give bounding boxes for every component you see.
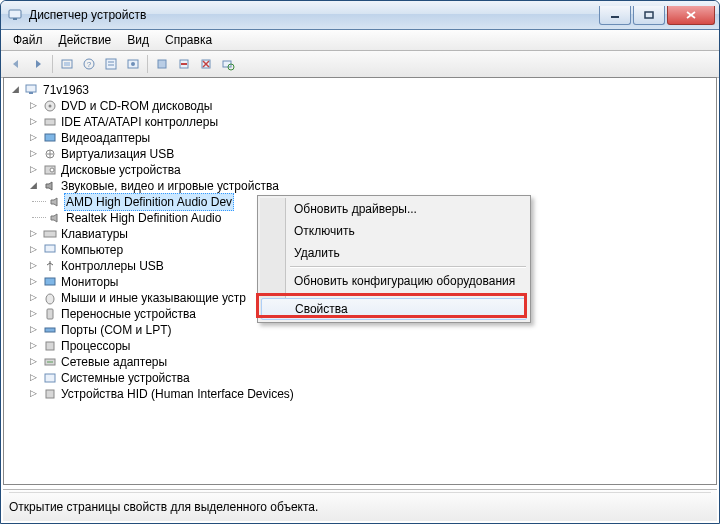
tree-root-label: 71v1963 (43, 82, 89, 98)
context-menu-separator (290, 266, 526, 268)
statusbar: Открытие страницы свойств для выделенног… (3, 489, 717, 521)
tree-category-label: Устройства HID (Human Interface Devices) (61, 386, 294, 402)
expand-icon[interactable]: ▷ (28, 228, 39, 239)
tree-category-label: Звуковые, видео и игровые устройства (61, 178, 279, 194)
expand-icon[interactable]: ▷ (28, 260, 39, 271)
toolbar-separator (52, 55, 53, 73)
cpu-icon (42, 338, 58, 354)
menu-file[interactable]: Файл (5, 31, 51, 49)
tree-category[interactable]: ▷DVD и CD-ROM дисководы (8, 98, 716, 114)
tree-category-label: Мыши и иные указывающие устр (61, 290, 246, 306)
tree-category[interactable]: ▷Системные устройства (8, 370, 716, 386)
network-icon (42, 354, 58, 370)
tree-device-label: Realtek High Definition Audio (66, 210, 221, 226)
svg-point-25 (49, 105, 52, 108)
svg-rect-37 (46, 342, 54, 350)
monitor-icon (42, 274, 58, 290)
expand-icon[interactable]: ▷ (28, 356, 39, 367)
svg-point-34 (46, 294, 54, 304)
tree-category[interactable]: ▷Порты (COM и LPT) (8, 322, 716, 338)
toolbar-disable-button[interactable] (173, 53, 195, 75)
collapse-icon[interactable]: ◢ (28, 180, 39, 191)
disk-icon (42, 162, 58, 178)
tree-category[interactable]: ▷Видеоадаптеры (8, 130, 716, 146)
toolbar-properties-button[interactable] (100, 53, 122, 75)
expand-icon[interactable]: ▷ (28, 372, 39, 383)
tree-root[interactable]: ◢ 71v1963 (8, 82, 716, 98)
svg-point-30 (50, 168, 54, 172)
tree-category[interactable]: ▷IDE ATA/ATAPI контроллеры (8, 114, 716, 130)
svg-rect-7 (64, 62, 70, 66)
tree-category[interactable]: ▷Дисковые устройства (8, 162, 716, 178)
toolbar-separator (147, 55, 148, 73)
tree-category-label: Процессоры (61, 338, 131, 354)
tree-category[interactable]: ▷Виртуализация USB (8, 146, 716, 162)
toolbar-refresh-button[interactable] (122, 53, 144, 75)
toolbar-back-button[interactable] (5, 53, 27, 75)
context-menu-item-label: Обновить конфигурацию оборудования (294, 274, 515, 288)
hid-icon (42, 386, 58, 402)
statusbar-text: Открытие страницы свойств для выделенног… (9, 492, 711, 514)
expand-icon[interactable]: ▷ (28, 292, 39, 303)
minimize-button[interactable] (599, 6, 631, 25)
expand-icon[interactable]: ▷ (28, 324, 39, 335)
toolbar-update-driver-button[interactable] (151, 53, 173, 75)
computer-icon (42, 242, 58, 258)
svg-rect-27 (45, 134, 55, 141)
menu-view[interactable]: Вид (119, 31, 157, 49)
expand-icon[interactable]: ▷ (28, 308, 39, 319)
svg-rect-10 (106, 59, 116, 69)
tree-category-audio[interactable]: ◢Звуковые, видео и игровые устройства (8, 178, 716, 194)
context-menu: Обновить драйверы... Отключить Удалить О… (257, 195, 531, 323)
cdrom-icon (42, 98, 58, 114)
toolbar-scan-button[interactable] (217, 53, 239, 75)
menu-help[interactable]: Справка (157, 31, 220, 49)
maximize-button[interactable] (633, 6, 665, 25)
tree-category-label: Компьютер (61, 242, 123, 258)
keyboard-icon (42, 226, 58, 242)
tree-category[interactable]: ▷Устройства HID (Human Interface Devices… (8, 386, 716, 402)
audio-icon (42, 178, 58, 194)
svg-rect-36 (45, 328, 55, 332)
tree-category[interactable]: ▷Процессоры (8, 338, 716, 354)
context-menu-update-drivers[interactable]: Обновить драйверы... (260, 198, 528, 220)
expand-icon[interactable]: ▷ (28, 132, 39, 143)
tree-category[interactable]: ▷Сетевые адаптеры (8, 354, 716, 370)
svg-rect-22 (26, 85, 36, 92)
toolbar-help-button[interactable]: ? (78, 53, 100, 75)
tree-category-label: Видеоадаптеры (61, 130, 150, 146)
expand-icon[interactable]: ▷ (28, 244, 39, 255)
context-menu-scan-hardware[interactable]: Обновить конфигурацию оборудования (260, 270, 528, 292)
svg-rect-3 (645, 12, 653, 18)
speaker-icon (47, 210, 63, 226)
context-menu-item-label: Обновить драйверы... (294, 202, 417, 216)
tree-category-label: Клавиатуры (61, 226, 128, 242)
toolbar-uninstall-button[interactable] (195, 53, 217, 75)
toolbar-forward-button[interactable] (27, 53, 49, 75)
collapse-icon[interactable]: ◢ (10, 84, 21, 95)
context-menu-disable[interactable]: Отключить (260, 220, 528, 242)
expand-icon[interactable]: ▷ (28, 388, 39, 399)
context-menu-item-label: Свойства (295, 302, 348, 316)
svg-rect-31 (44, 231, 56, 237)
context-menu-item-label: Удалить (294, 246, 340, 260)
context-menu-properties[interactable]: Свойства (261, 298, 527, 320)
context-menu-separator (290, 294, 526, 296)
svg-rect-33 (45, 278, 55, 285)
context-menu-delete[interactable]: Удалить (260, 242, 528, 264)
expand-icon[interactable]: ▷ (28, 340, 39, 351)
expand-icon[interactable]: ▷ (28, 164, 39, 175)
titlebar: Диспетчер устройств (1, 1, 719, 30)
expand-icon[interactable]: ▷ (28, 100, 39, 111)
speaker-icon (47, 194, 63, 210)
close-button[interactable] (667, 6, 715, 25)
svg-rect-32 (45, 245, 55, 252)
expand-icon[interactable]: ▷ (28, 116, 39, 127)
computer-icon (24, 82, 40, 98)
expand-icon[interactable]: ▷ (28, 276, 39, 287)
expand-icon[interactable]: ▷ (28, 148, 39, 159)
menu-action[interactable]: Действие (51, 31, 120, 49)
toolbar-show-hidden-button[interactable] (56, 53, 78, 75)
portable-icon (42, 306, 58, 322)
svg-rect-23 (29, 92, 33, 94)
